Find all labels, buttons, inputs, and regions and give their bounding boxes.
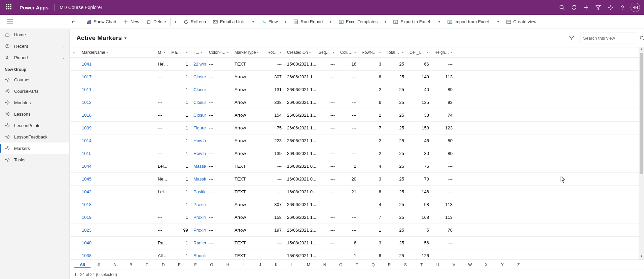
table-row[interactable]: 1019---1Proximi---Arrow15826/06/2021 1..… bbox=[70, 211, 644, 224]
search-icon[interactable] bbox=[556, 0, 568, 15]
sidebar-item-lessonfeedback[interactable]: LessonFeedback bbox=[0, 131, 69, 143]
sidebar-pinned[interactable]: Pinned⌄ bbox=[0, 52, 69, 63]
cell-i[interactable]: Massive bbox=[191, 164, 206, 169]
nav-toggle-icon[interactable] bbox=[7, 19, 13, 24]
jump-u[interactable]: U bbox=[430, 263, 446, 267]
cell-i[interactable]: How hu bbox=[191, 151, 206, 156]
column-header-i[interactable]: I ...▾ bbox=[191, 47, 206, 57]
jump-all[interactable]: All bbox=[74, 262, 91, 268]
cell-i[interactable]: 22 wins bbox=[191, 62, 206, 67]
search-input[interactable] bbox=[583, 36, 640, 41]
jump-j[interactable]: J bbox=[252, 263, 268, 267]
table-row[interactable]: 1017---1Closure---Arrow30726/06/2021 1..… bbox=[70, 71, 644, 83]
cell-name[interactable]: 1040 bbox=[79, 240, 155, 245]
jump-f[interactable]: F bbox=[187, 263, 204, 267]
chevron-down-icon[interactable]: ⌄ bbox=[62, 44, 65, 48]
jump-s[interactable]: S bbox=[397, 263, 414, 267]
column-header-cellidx[interactable]: Cell_Index▾ bbox=[407, 47, 432, 57]
cell-i[interactable]: Position bbox=[191, 189, 206, 194]
cell-name[interactable]: 1009 bbox=[79, 125, 155, 130]
cell-i[interactable]: How hu bbox=[191, 138, 206, 143]
jump-o[interactable]: O bbox=[333, 263, 349, 267]
jump-h[interactable]: H bbox=[220, 263, 236, 267]
view-title[interactable]: Active Markers▾ bbox=[76, 34, 127, 42]
table-row[interactable]: 1023---99Proximi---Arrow19726/06/2021 2.… bbox=[70, 224, 644, 237]
email-link-button[interactable]: Email a Link bbox=[209, 15, 247, 29]
table-row[interactable]: 1040Ra...1Ranieri---TEXT---15/08/2021 1.… bbox=[70, 237, 644, 249]
column-header-m[interactable]: M...▾ bbox=[155, 47, 169, 57]
jump-q[interactable]: Q bbox=[365, 263, 381, 267]
jump-i[interactable]: I bbox=[236, 263, 252, 267]
cell-i[interactable]: Ranieri bbox=[191, 240, 206, 245]
jump-n[interactable]: N bbox=[317, 263, 333, 267]
cell-name[interactable]: 1044 bbox=[79, 164, 155, 169]
column-header-hw[interactable]: HeightWidth▾ bbox=[432, 47, 455, 57]
cell-name[interactable]: 1042 bbox=[79, 189, 155, 194]
settings-icon[interactable] bbox=[604, 0, 616, 15]
table-row[interactable]: 1009---1Figure (---Arrow7526/06/2021 1..… bbox=[70, 122, 644, 134]
import-excel-button[interactable]: xImport from Excel bbox=[444, 15, 492, 29]
column-header-created[interactable]: Created On▾ bbox=[284, 47, 316, 57]
new-button[interactable]: New bbox=[120, 15, 143, 29]
back-button[interactable] bbox=[71, 19, 81, 25]
jump-d[interactable]: D bbox=[155, 263, 171, 267]
scroll-thumb[interactable] bbox=[640, 53, 643, 174]
jump-c[interactable]: C bbox=[139, 263, 155, 267]
jump-g[interactable]: G bbox=[204, 263, 220, 267]
column-header-rownum[interactable]: RowNumber▾ bbox=[359, 47, 384, 57]
jump-t[interactable]: T bbox=[414, 263, 430, 267]
table-row[interactable]: 1018---1Proximi---Arrow30726/06/2021 1..… bbox=[70, 198, 644, 211]
table-row[interactable]: 1042Lei...1Position---TEXT---16/08/2021 … bbox=[70, 186, 644, 198]
help-icon[interactable] bbox=[616, 0, 629, 15]
app-launcher-icon[interactable] bbox=[6, 4, 13, 11]
table-row[interactable]: 1045Ne...1Massive---TEXT---16/08/2021 0.… bbox=[70, 173, 644, 186]
jump-k[interactable]: K bbox=[268, 263, 284, 267]
email-chevron[interactable]: ▾ bbox=[249, 20, 258, 24]
import-chevron[interactable]: ▾ bbox=[494, 20, 503, 24]
delete-button[interactable]: Delete bbox=[143, 15, 170, 29]
search-icon[interactable] bbox=[640, 36, 644, 40]
flow-chevron[interactable]: ▾ bbox=[281, 20, 290, 24]
column-header-totcol[interactable]: TotalColum...▾ bbox=[384, 47, 407, 57]
table-row[interactable]: 1011---1Closure---Arrow13126/06/2021 1..… bbox=[70, 83, 644, 96]
column-header-colnum[interactable]: ColumnNu...▾ bbox=[337, 47, 359, 57]
cell-i[interactable]: Should bbox=[191, 253, 206, 258]
sidebar-home[interactable]: Home bbox=[0, 29, 69, 40]
sidebar-item-courses[interactable]: Courses bbox=[0, 74, 69, 85]
table-row[interactable]: 1013---1Closure---Arrow33826/06/2021 1..… bbox=[70, 96, 644, 109]
column-filter-icon[interactable] bbox=[566, 32, 577, 44]
jump-b[interactable]: B bbox=[123, 263, 139, 267]
scroll-up-arrow[interactable]: ▴ bbox=[639, 47, 644, 52]
cell-name[interactable]: 1041 bbox=[79, 62, 155, 67]
sidebar-item-modules[interactable]: Modules bbox=[0, 97, 69, 108]
assistant-icon[interactable] bbox=[568, 0, 580, 15]
column-header-seq[interactable]: Sequence▾ bbox=[316, 47, 337, 57]
cell-name[interactable]: 1014 bbox=[79, 138, 155, 143]
jump-v[interactable]: V bbox=[446, 263, 462, 267]
cell-name[interactable]: 1038 bbox=[79, 253, 155, 258]
table-row[interactable]: 1016---1Closure---Arrow15426/06/2021 1..… bbox=[70, 109, 644, 122]
filter-icon[interactable] bbox=[592, 0, 604, 15]
cell-name[interactable]: 1013 bbox=[79, 100, 155, 105]
jump-r[interactable]: R bbox=[381, 263, 397, 267]
cell-name[interactable]: 1045 bbox=[79, 176, 155, 182]
cell-i[interactable]: Proximi bbox=[191, 228, 206, 233]
create-view-button[interactable]: Create view bbox=[503, 15, 540, 29]
add-icon[interactable] bbox=[580, 0, 592, 15]
jump-y[interactable]: Y bbox=[494, 263, 510, 267]
jump-w[interactable]: W bbox=[462, 263, 478, 267]
excel-templates-button[interactable]: xExcel Templates bbox=[335, 15, 381, 29]
user-avatar[interactable]: RN bbox=[631, 3, 640, 12]
cell-name[interactable]: 1011 bbox=[79, 87, 155, 92]
delete-chevron[interactable]: ▾ bbox=[171, 20, 180, 24]
export-chevron[interactable]: ▾ bbox=[435, 20, 444, 24]
jump-a[interactable]: A bbox=[107, 263, 123, 267]
column-header-name[interactable]: MarkerName▾ bbox=[79, 47, 155, 57]
cell-name[interactable]: 1023 bbox=[79, 228, 155, 233]
vertical-scrollbar[interactable]: ▴ ▾ bbox=[639, 47, 644, 260]
table-row[interactable]: 1038All ...1Should---TEXT---15/08/2021 1… bbox=[70, 249, 644, 260]
cell-i[interactable]: Closure bbox=[191, 100, 206, 105]
templates-chevron[interactable]: ▾ bbox=[381, 20, 390, 24]
cell-i[interactable]: Closure bbox=[191, 74, 206, 79]
cell-i[interactable]: Proximi bbox=[191, 202, 206, 207]
